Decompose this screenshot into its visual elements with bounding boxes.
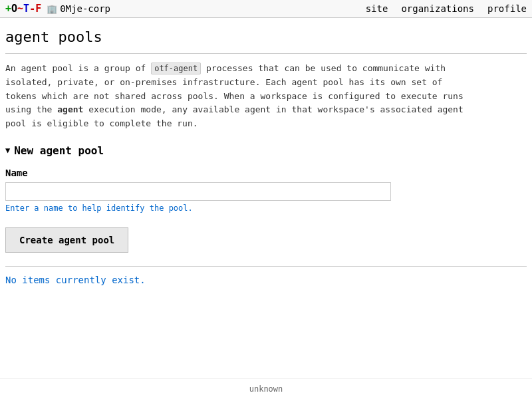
logo-o: O (11, 3, 17, 15)
name-label: Name (5, 168, 527, 178)
logo-plus: + (5, 3, 11, 15)
page-title: agent pools (5, 29, 527, 45)
name-hint: Enter a name to help identify the pool. (5, 203, 527, 213)
footer: unknown (0, 378, 532, 399)
header: +O~T-F 🏢 0Mje-corp site organizations pr… (0, 0, 532, 18)
nav-site[interactable]: site (366, 3, 388, 14)
nav-links: site organizations profile (366, 3, 527, 14)
logo-text: +O~T-F (5, 3, 41, 15)
new-agent-pool-section-header[interactable]: ▼ New agent pool (5, 144, 527, 157)
description: An agent pool is a group of otf-agent pr… (5, 62, 471, 131)
nav-profile[interactable]: profile (487, 3, 527, 14)
org-name[interactable]: 🏢 0Mje-corp (47, 3, 110, 14)
create-agent-pool-button[interactable]: Create agent pool (5, 227, 128, 253)
desc-code: otf-agent (151, 63, 201, 74)
title-divider (5, 53, 527, 54)
name-form-group: Name Enter a name to help identify the p… (5, 168, 527, 213)
building-icon: 🏢 (47, 4, 57, 14)
org-name-label: 0Mje-corp (60, 3, 110, 14)
chevron-icon: ▼ (5, 146, 10, 155)
logo-t: T (23, 3, 29, 15)
name-input[interactable] (5, 182, 391, 201)
empty-state-message: No items currently exist. (5, 275, 527, 285)
header-logo: +O~T-F 🏢 0Mje-corp (5, 3, 110, 15)
nav-organizations[interactable]: organizations (401, 3, 474, 14)
logo-dash1: ~ (17, 3, 23, 15)
new-agent-pool-title: New agent pool (14, 144, 104, 157)
main-content: agent pools An agent pool is a group of … (0, 18, 532, 296)
footer-text: unknown (249, 384, 283, 394)
desc-bold: agent (57, 104, 83, 114)
logo-dash2: - (29, 3, 35, 15)
logo-f: F (35, 3, 41, 15)
desc-part1: An agent pool is a group of (5, 63, 151, 73)
bottom-divider (5, 266, 527, 267)
